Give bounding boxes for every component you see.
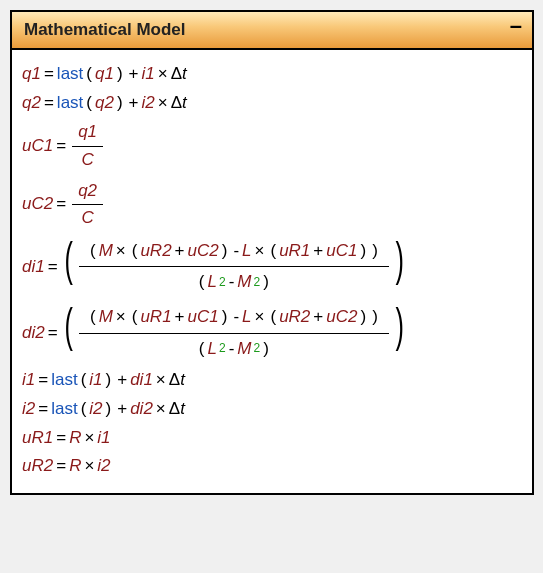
op-plus: +	[172, 305, 188, 330]
eq-q1: q1 = last ( q1 ) + i1 × Δ t	[22, 62, 522, 87]
var-uR2: uR2	[22, 454, 53, 479]
var-uR1: uR1	[140, 305, 171, 330]
var-i2: i2	[22, 397, 35, 422]
op-rp: )	[260, 337, 272, 362]
eq-uC1: uC1 = q1 C	[22, 119, 522, 173]
var-i2: i2	[97, 454, 110, 479]
frac-di2: ( M × ( uR1 + uC1 ) - L × ( uR2	[79, 302, 389, 364]
var-L: L	[242, 305, 251, 330]
op-eq: =	[45, 321, 61, 346]
equation-content: q1 = last ( q1 ) + i1 × Δ t q2 = last ( …	[12, 50, 532, 493]
op-times: ×	[153, 397, 169, 422]
op-eq: =	[35, 397, 51, 422]
op-times: ×	[113, 305, 129, 330]
var-di2: di2	[22, 321, 45, 346]
op-lp: (	[83, 91, 95, 116]
op-times: ×	[113, 239, 129, 264]
op-times: ×	[81, 454, 97, 479]
var-i1: i1	[142, 62, 155, 87]
op-lp: (	[267, 239, 279, 264]
minimize-button[interactable]: –	[510, 21, 522, 39]
var-M: M	[99, 239, 113, 264]
fn-last: last	[57, 62, 83, 87]
op-lp: (	[267, 305, 279, 330]
sym-t: t	[180, 368, 185, 393]
sym-delta: Δ	[169, 368, 180, 393]
op-eq: =	[53, 134, 69, 159]
op-lp: (	[83, 62, 95, 87]
op-rp: )	[369, 305, 381, 330]
var-i1: i1	[22, 368, 35, 393]
var-M: M	[237, 337, 251, 362]
var-R: R	[69, 454, 81, 479]
var-uR2: uR2	[140, 239, 171, 264]
op-times: ×	[155, 62, 171, 87]
var-i2: i2	[142, 91, 155, 116]
op-rp: )	[357, 305, 369, 330]
var-q1: q1	[22, 62, 41, 87]
op-rp: )	[219, 239, 231, 264]
op-minus: -	[230, 239, 242, 264]
big-lp: (	[64, 236, 72, 298]
var-uC1: uC1	[188, 305, 219, 330]
op-rp: )	[219, 305, 231, 330]
frac-uC1: q1 C	[72, 119, 103, 173]
var-i1-arg: i1	[89, 368, 102, 393]
op-eq: =	[53, 454, 69, 479]
var-uR2: uR2	[279, 305, 310, 330]
var-L: L	[242, 239, 251, 264]
op-lp: (	[87, 305, 99, 330]
var-M: M	[99, 305, 113, 330]
op-rp: )	[369, 239, 381, 264]
big-rp: )	[395, 302, 403, 364]
var-di2: di2	[130, 397, 153, 422]
sym-delta: Δ	[169, 397, 180, 422]
var-q2-arg: q2	[95, 91, 114, 116]
eq-uR1: uR1 = R × i1	[22, 426, 522, 451]
op-rp: )	[114, 91, 126, 116]
op-eq: =	[35, 368, 51, 393]
sym-delta: Δ	[171, 91, 182, 116]
op-lp: (	[129, 239, 141, 264]
op-eq: =	[41, 62, 57, 87]
frac-uC2: q2 C	[72, 178, 103, 232]
op-rp: )	[103, 368, 115, 393]
op-lp: (	[78, 368, 90, 393]
frac-num: q1	[78, 120, 97, 145]
var-uR1: uR1	[22, 426, 53, 451]
var-L: L	[208, 270, 217, 295]
op-eq: =	[53, 426, 69, 451]
eq-di2: di2 = ( ( M × ( uR1 + uC1 )	[22, 302, 522, 364]
sym-t: t	[182, 91, 187, 116]
op-eq: =	[53, 192, 69, 217]
op-minus: -	[226, 337, 238, 362]
eq-uR2: uR2 = R × i2	[22, 454, 522, 479]
op-plus: +	[126, 62, 142, 87]
op-rp: )	[357, 239, 369, 264]
op-plus: +	[126, 91, 142, 116]
op-lp: (	[129, 305, 141, 330]
op-rp: )	[103, 397, 115, 422]
var-i1: i1	[97, 426, 110, 451]
op-lp: (	[196, 337, 208, 362]
op-times: ×	[153, 368, 169, 393]
eq-uC2: uC2 = q2 C	[22, 178, 522, 232]
op-plus: +	[310, 305, 326, 330]
op-plus: +	[114, 397, 130, 422]
var-M: M	[237, 270, 251, 295]
op-plus: +	[114, 368, 130, 393]
var-q2: q2	[22, 91, 41, 116]
outer-paren: ( ( M × ( uR1 + uC1 ) - L	[61, 302, 408, 364]
frac-num: q2	[78, 179, 97, 204]
fn-last: last	[51, 397, 77, 422]
op-minus: -	[230, 305, 242, 330]
var-q1-arg: q1	[95, 62, 114, 87]
frac-den: C	[81, 206, 93, 231]
fn-last: last	[57, 91, 83, 116]
outer-paren: ( ( M × ( uR2 + uC2 ) - L	[61, 236, 408, 298]
var-R: R	[69, 426, 81, 451]
fn-last: last	[51, 368, 77, 393]
sym-delta: Δ	[171, 62, 182, 87]
op-lp: (	[87, 239, 99, 264]
frac-den: C	[81, 148, 93, 173]
